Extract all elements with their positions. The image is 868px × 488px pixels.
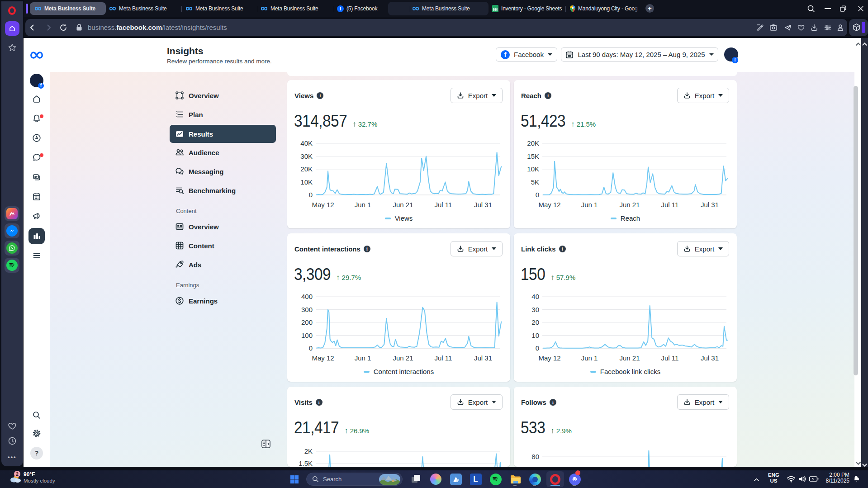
svg-text:Jun 1: Jun 1 xyxy=(355,354,371,362)
svg-text:10K: 10K xyxy=(300,178,313,186)
svg-text:Jun 1: Jun 1 xyxy=(355,201,371,208)
svg-text:20: 20 xyxy=(531,318,539,326)
svg-text:Jul 11: Jul 11 xyxy=(435,354,452,362)
svg-text:20K: 20K xyxy=(527,139,539,147)
svg-text:Jul 31: Jul 31 xyxy=(701,201,719,208)
svg-text:Jul 31: Jul 31 xyxy=(474,201,492,208)
svg-text:40: 40 xyxy=(531,293,539,300)
svg-text:0: 0 xyxy=(536,344,539,352)
svg-text:2K: 2K xyxy=(304,447,313,455)
svg-text:Jul 31: Jul 31 xyxy=(474,354,492,362)
svg-text:Jul 11: Jul 11 xyxy=(435,201,452,208)
svg-text:30: 30 xyxy=(531,306,539,313)
svg-text:May 12: May 12 xyxy=(312,354,334,362)
svg-text:10K: 10K xyxy=(527,165,539,173)
svg-text:Jun 21: Jun 21 xyxy=(393,201,413,208)
svg-text:May 12: May 12 xyxy=(312,201,334,208)
svg-text:Jun 21: Jun 21 xyxy=(619,354,640,362)
svg-text:May 12: May 12 xyxy=(538,354,560,362)
svg-text:Jul 11: Jul 11 xyxy=(661,201,679,208)
svg-text:Jul 11: Jul 11 xyxy=(661,354,679,362)
svg-text:200: 200 xyxy=(301,318,313,326)
svg-text:0: 0 xyxy=(309,344,313,352)
svg-text:Jun 21: Jun 21 xyxy=(393,354,413,362)
svg-text:Jun 21: Jun 21 xyxy=(619,201,640,208)
svg-text:20K: 20K xyxy=(300,165,313,173)
svg-text:40K: 40K xyxy=(300,139,313,147)
svg-text:Jul 31: Jul 31 xyxy=(701,354,719,362)
svg-text:80: 80 xyxy=(531,453,539,460)
svg-text:Jun 1: Jun 1 xyxy=(581,201,598,208)
svg-text:15K: 15K xyxy=(527,152,539,160)
svg-text:May 12: May 12 xyxy=(538,201,560,208)
svg-text:0: 0 xyxy=(536,191,539,199)
svg-text:Jun 1: Jun 1 xyxy=(581,354,598,362)
svg-text:300: 300 xyxy=(301,306,313,313)
svg-text:400: 400 xyxy=(301,293,313,300)
svg-text:0: 0 xyxy=(309,191,313,199)
svg-text:10: 10 xyxy=(531,332,539,339)
svg-text:5K: 5K xyxy=(531,178,539,186)
svg-text:30K: 30K xyxy=(300,152,313,160)
svg-text:1.5K: 1.5K xyxy=(299,460,313,467)
svg-text:100: 100 xyxy=(301,332,313,339)
